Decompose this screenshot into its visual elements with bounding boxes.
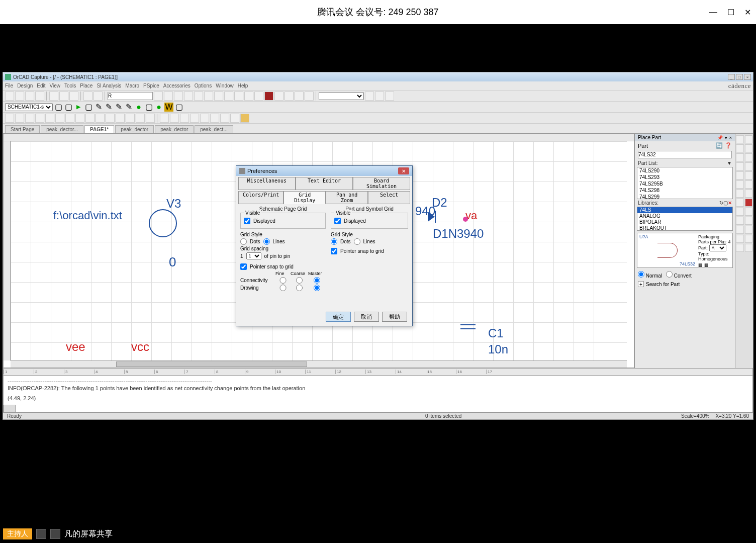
part-refresh-icon[interactable]: 🔄 — [716, 142, 723, 149]
menu-pspice[interactable]: PSpice — [143, 83, 159, 88]
open-icon[interactable] — [15, 92, 24, 101]
schematic-select[interactable]: SCHEMATIC1-sim — [5, 103, 53, 111]
libraries-list[interactable]: 74LS ANALOG BIPOLAR BREAKOUT Design Cach… — [637, 207, 733, 231]
marker-w-icon[interactable]: ● — [154, 103, 163, 112]
tab-peak-1[interactable]: peak_dector... — [41, 125, 83, 133]
lib-item[interactable]: BIPOLAR — [637, 219, 732, 225]
back-annotate-icon[interactable] — [234, 92, 243, 101]
sg-spacing-select[interactable]: 1 — [246, 252, 261, 259]
mic-icon[interactable] — [50, 529, 60, 539]
marker-i-icon[interactable]: ▢ — [144, 103, 153, 112]
sg-snap-check[interactable] — [240, 263, 247, 270]
part-item[interactable]: 74LS295B — [637, 180, 732, 187]
new-icon[interactable] — [5, 92, 14, 101]
lib-refresh-icon[interactable]: ↻ — [719, 200, 723, 206]
sg-conn-fine[interactable] — [275, 277, 291, 284]
meeting-maximize-icon[interactable]: ☐ — [727, 8, 734, 17]
run-sim-icon[interactable]: ▶ — [74, 103, 83, 112]
sg-draw-coarse[interactable] — [291, 285, 308, 291]
rt-netalias-icon[interactable] — [745, 162, 753, 170]
u2-icon[interactable] — [214, 92, 223, 101]
nav-prev-icon[interactable] — [375, 92, 384, 101]
sch-capacitor-c1[interactable] — [460, 322, 476, 332]
window-minimize-icon[interactable]: _ — [728, 74, 735, 80]
sch-source-circle[interactable] — [149, 209, 177, 237]
lib-item-selected[interactable]: 74LS — [637, 207, 732, 213]
part-item[interactable]: 74LS293 — [637, 174, 732, 180]
eye-icon[interactable] — [194, 92, 203, 101]
zoom-in-icon[interactable] — [154, 92, 163, 101]
normal-radio[interactable]: Normal — [638, 271, 662, 279]
search-input[interactable] — [108, 92, 153, 100]
voltage-probe-icon[interactable]: ✎ — [94, 103, 103, 112]
print-icon[interactable] — [35, 92, 44, 101]
lib-item[interactable]: BREAKOUT — [637, 225, 732, 231]
zoom-area-icon[interactable] — [174, 92, 183, 101]
t3-align-4-icon[interactable] — [190, 114, 199, 123]
panel-close-icon[interactable]: × — [729, 135, 732, 140]
part-sel-combo[interactable]: A — [709, 244, 726, 251]
t3-align-6-icon[interactable] — [210, 114, 219, 123]
tab-start-page[interactable]: Start Page — [5, 125, 40, 133]
sg-draw-master[interactable] — [308, 285, 326, 291]
menu-options[interactable]: Options — [195, 83, 212, 88]
filter-icon[interactable]: ▼ — [727, 160, 732, 166]
find-icon[interactable] — [365, 92, 374, 101]
t3-2-icon[interactable] — [15, 114, 24, 123]
part-list[interactable]: 74LS290 74LS293 74LS295B 74LS298 74LS299… — [637, 167, 733, 199]
t3-7-icon[interactable] — [65, 114, 74, 123]
t3-9-icon[interactable] — [85, 114, 94, 123]
sg-conn-coarse[interactable] — [291, 277, 308, 284]
part-help-icon[interactable]: ❓ — [725, 142, 732, 149]
rt-bus-icon[interactable] — [736, 153, 744, 161]
sg-dots-radio[interactable] — [240, 238, 247, 245]
rt-wire-icon[interactable] — [736, 144, 744, 152]
part-item[interactable]: 74LS299 — [637, 194, 732, 199]
zoom-fit-icon[interactable] — [184, 92, 193, 101]
sch-diode-d2[interactable] — [428, 212, 435, 222]
snap-icon[interactable] — [295, 92, 304, 101]
t3-10-icon[interactable] — [96, 114, 105, 123]
t3-highlight-icon[interactable] — [240, 114, 249, 123]
t3-14-icon[interactable] — [136, 114, 145, 123]
nav-next-icon[interactable] — [385, 92, 394, 101]
dtab-board-sim[interactable]: Board Simulation — [353, 177, 410, 190]
t3-3-icon[interactable] — [25, 114, 34, 123]
dialog-cancel-button[interactable]: 取消 — [354, 312, 379, 322]
dtab-grid-display[interactable]: Grid Display — [284, 191, 326, 204]
sch-label-d1n3940[interactable]: D1N3940 — [433, 227, 484, 241]
paste-icon[interactable] — [69, 92, 78, 101]
dtab-pan-zoom[interactable]: Pan and Zoom — [326, 191, 368, 204]
last-icon[interactable]: ▢ — [174, 103, 183, 112]
dialog-help-button[interactable]: 帮助 — [382, 312, 407, 322]
diff-probe-icon[interactable]: ✎ — [114, 103, 123, 112]
menu-view[interactable]: View — [50, 83, 61, 88]
t3-15-icon[interactable] — [146, 114, 155, 123]
window-close-icon[interactable]: × — [744, 74, 751, 80]
help-icon[interactable] — [305, 92, 314, 101]
menu-design[interactable]: Design — [17, 83, 33, 88]
screen-icon[interactable] — [36, 529, 46, 539]
rt-port-icon[interactable] — [745, 180, 753, 189]
drc-icon[interactable] — [244, 92, 253, 101]
canvas-hscroll[interactable] — [11, 360, 627, 368]
power-probe-icon[interactable]: ✎ — [124, 103, 133, 112]
zoom-out-icon[interactable] — [164, 92, 173, 101]
sg-displayed-check[interactable] — [244, 218, 250, 224]
t3-align-8-icon[interactable] — [230, 114, 239, 123]
rt-extra4-icon[interactable] — [745, 244, 753, 252]
rt-text-icon[interactable] — [736, 226, 744, 234]
t3-align-5-icon[interactable] — [200, 114, 209, 123]
annotate-icon[interactable] — [224, 92, 233, 101]
t3-4-icon[interactable] — [35, 114, 44, 123]
t3-1-icon[interactable] — [5, 114, 14, 123]
sg-lines-radio[interactable] — [263, 238, 270, 245]
probe-icon[interactable] — [285, 92, 294, 101]
menu-window[interactable]: Window — [216, 83, 234, 88]
t3-13-icon[interactable] — [126, 114, 135, 123]
t3-align-1-icon[interactable] — [160, 114, 169, 123]
dtab-text-editor[interactable]: Text Editor — [296, 177, 353, 190]
rt-hier-icon[interactable] — [736, 180, 744, 189]
part-input[interactable] — [638, 151, 732, 158]
new-sim-icon[interactable]: ▢ — [54, 103, 63, 112]
